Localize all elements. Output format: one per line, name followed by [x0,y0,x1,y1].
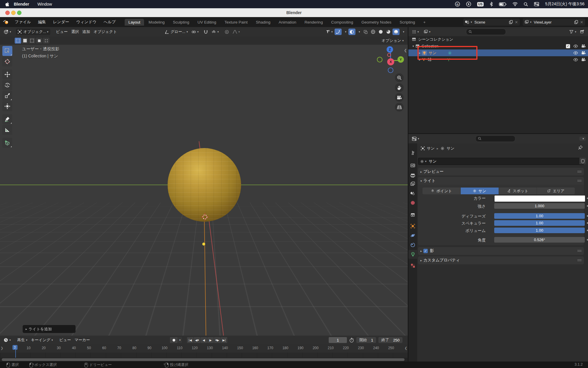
tool-rotate[interactable] [2,80,12,90]
tool-scale[interactable] [2,91,12,101]
workspace-tab-geometry-nodes[interactable]: Geometry Nodes [358,19,395,26]
panel-shadow[interactable]: ▸ ✓ 影 [418,247,584,255]
stopwatch-icon[interactable] [349,338,354,343]
volume-slider[interactable]: 1.00 [494,228,585,233]
ruler-tick[interactable]: 160 [252,346,258,350]
breadcrumb-data-name[interactable]: サン [447,146,455,151]
tab-constraints[interactable] [408,241,417,249]
unlink-scene-button[interactable]: ✕ [515,20,518,24]
timeline-scrollbar[interactable] [0,358,408,362]
ruler-tick[interactable]: 140 [222,346,228,350]
ruler-tick[interactable]: 130 [207,346,213,350]
tab-collection[interactable] [408,210,417,219]
playhead-line[interactable] [15,347,16,358]
select-mode-intersect-button[interactable] [43,38,49,44]
operator-redo-panel[interactable]: ▸ライトを追加 [23,325,76,333]
animate-dot[interactable] [587,215,588,217]
tool-measure[interactable] [2,125,12,135]
fake-user-shield-button[interactable] [579,158,586,164]
axis-minus-y-ball[interactable] [377,57,382,62]
ruler-tick[interactable]: 40 [72,346,76,350]
panel-custom-properties[interactable]: ▸カスタムプロパティ [418,256,584,264]
xray-toggle[interactable] [362,29,369,35]
strength-field[interactable]: 1.000 [494,203,585,209]
workspace-tab-sculpting[interactable]: Sculpting [169,19,193,26]
current-frame-field[interactable]: 1 [329,337,347,343]
show-overlays-toggle[interactable] [348,29,355,35]
timeline-view-menu[interactable]: ビュー [58,337,73,343]
snap-settings-dropdown[interactable]: ▾ [210,29,220,34]
ruler-tick[interactable]: 230 [358,346,364,350]
tab-world[interactable] [408,198,417,207]
disable-render-camera-icon[interactable] [581,51,586,55]
view-menu[interactable]: ビュー [54,29,70,35]
mode-selector[interactable]: オブジェク... ▾ [16,29,50,35]
editor-type-button[interactable]: ▾ [2,29,13,35]
tab-output[interactable] [408,171,417,180]
ruler-tick[interactable]: 10 [27,346,31,350]
ruler-tick[interactable]: 20 [42,346,46,350]
ruler-tick[interactable]: 120 [192,346,198,350]
zoom-window-button[interactable] [17,11,21,15]
wifi-icon[interactable] [512,2,518,6]
panel-preview[interactable]: ▸プレビュー [418,168,584,175]
ruler-right-arrow[interactable]: ❮ [405,346,407,350]
breadcrumb-object-name[interactable]: サン [427,146,435,151]
playback-menu[interactable]: 再生▾ [16,337,29,343]
workspace-tab-compositing[interactable]: Compositing [327,19,357,26]
panel-drag-dots[interactable] [577,250,582,252]
macos-app-menu[interactable]: Blender [14,2,29,6]
ruler-tick[interactable]: 200 [313,346,318,350]
sidebar-collapse-arrow[interactable]: ❮ [404,48,407,52]
hide-eye-icon[interactable] [573,44,578,48]
menu-help[interactable]: ヘルプ [100,19,119,25]
new-collection-button[interactable] [578,29,586,34]
new-scene-button[interactable] [509,20,513,24]
timeline-editor-type-button[interactable]: ▾ [2,337,13,343]
ruler-tick[interactable]: 80 [132,346,136,350]
axis-y-ball[interactable]: Y [397,56,404,63]
collection-checkbox[interactable]: ✓ [566,44,570,48]
frame-start-field[interactable]: 開始1 [356,337,376,343]
ruler-tick[interactable]: 190 [298,346,303,350]
tab-physics[interactable] [408,231,417,240]
control-center-icon[interactable] [534,2,539,6]
disable-render-camera-icon[interactable] [581,44,586,48]
input-source-badge[interactable]: US [477,2,484,6]
shadow-checkbox[interactable]: ✓ [423,249,428,253]
panel-drag-dots[interactable] [577,180,582,182]
tool-select-box[interactable] [2,46,12,56]
play-status-icon[interactable] [466,1,471,7]
prev-keyframe-button[interactable]: ◀◆ [194,337,200,343]
spotlight-search-icon[interactable] [524,2,528,6]
axis-x-ball[interactable]: X [387,58,394,65]
properties-search-input[interactable] [475,135,515,142]
axis-minus-x-ball[interactable] [387,53,391,57]
panel-light[interactable]: ▾ライト ポイント サン スポット エリア [418,177,584,245]
expand-arrow-icon[interactable]: ▾ [412,44,414,48]
workspace-tab-animation[interactable]: Animation [275,19,300,26]
play-reverse-button[interactable]: ◀ [201,337,207,343]
menu-file[interactable]: ファイル [11,19,34,25]
remove-viewlayer-button[interactable]: ✕ [580,20,583,24]
select-menu[interactable]: 選択 [69,29,81,35]
scene-name[interactable]: Scene [475,20,485,24]
shading-material-button[interactable] [385,29,392,35]
ruler-tick[interactable]: 100 [162,346,168,350]
show-gizmo-toggle[interactable] [335,29,342,35]
workspace-tab-modeling[interactable]: Modeling [145,19,168,26]
properties-options-dropdown[interactable]: ▾ [579,137,586,141]
ruler-tick[interactable]: 70 [117,346,121,350]
proportional-falloff-dropdown[interactable]: ▾ [231,29,242,34]
macos-window-menu[interactable]: Window [37,2,52,6]
tab-texture[interactable] [408,261,417,270]
transform-orientation-selector[interactable]: グロー... ▾ [163,29,190,35]
animate-dot[interactable] [587,205,588,207]
light-type-point-button[interactable]: ポイント [422,188,460,194]
viewport-3d[interactable]: ▾ オブジェク... ▾ ビュー 選択 追加 オブジェクト グロー... ▾ ▾ [0,27,408,336]
ruler-left-arrow[interactable]: ❯ [1,346,3,350]
tool-transform[interactable] [2,101,12,111]
light-type-sun-button[interactable]: サン [461,188,499,194]
scrollbar-thumb[interactable] [2,358,405,361]
tab-view-layer[interactable] [408,179,417,188]
